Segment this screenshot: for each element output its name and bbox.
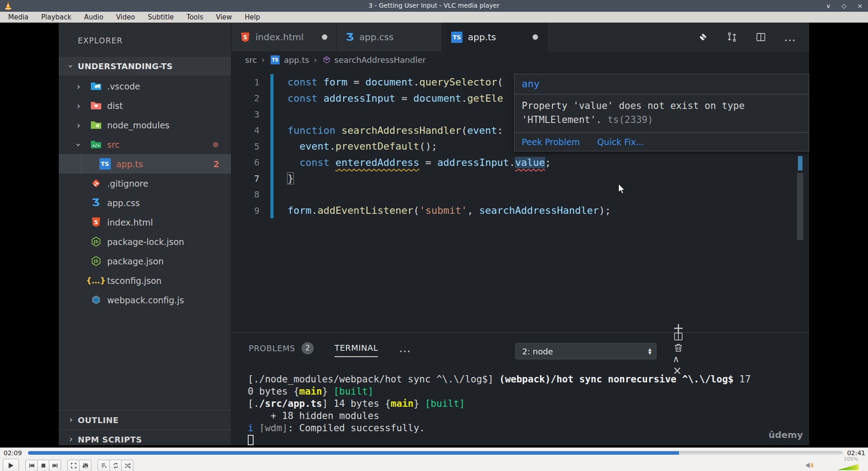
peek-problem-link[interactable]: Peek Problem	[522, 137, 580, 147]
sidebar-section-outline[interactable]: › OUTLINE	[59, 410, 231, 429]
compare-button[interactable]	[726, 31, 738, 43]
line-number[interactable]: 4	[231, 125, 270, 136]
sidebar-section-npm-scripts[interactable]: › NPM SCRIPTS	[59, 429, 231, 449]
titlebar: 3 - Getting User Input - VLC media playe…	[0, 0, 868, 12]
stop-button[interactable]	[37, 460, 49, 471]
svg-text:5: 5	[94, 219, 98, 226]
code-line-6[interactable]: 6 const enteredAddress = addressInput.va…	[231, 155, 809, 170]
line-number[interactable]: 3	[231, 109, 270, 120]
line-number[interactable]: 8	[231, 189, 270, 200]
code-line-8[interactable]: 8	[231, 187, 809, 203]
file-row-webpack.config.js[interactable]: webpack.config.js	[59, 290, 231, 310]
tab-app.css[interactable]: Ʒapp.css	[337, 23, 442, 52]
close-button[interactable]: ×	[857, 2, 863, 9]
terminal-select[interactable]: 2: node ▲▼	[515, 343, 656, 359]
menu-audio[interactable]: Audio	[78, 13, 110, 21]
seek-bar[interactable]	[28, 451, 843, 455]
code-line-9[interactable]: 9 form.addEventListener('submit', search…	[231, 203, 809, 218]
speaker-icon[interactable]	[806, 462, 814, 471]
breadcrumb-separator: ›	[261, 55, 265, 65]
menu-view[interactable]: View	[210, 13, 239, 21]
breadcrumb: src› TS app.ts› searchAddressHandler	[231, 52, 809, 68]
breadcrumb-app.ts[interactable]: TS app.ts	[269, 54, 309, 66]
terminal-line: 0 bytes {main} [built]	[248, 386, 798, 398]
hover-tooltip: any Property 'value' does not exist on t…	[514, 74, 809, 151]
file-row-node_modules[interactable]: ›node_modules	[59, 115, 231, 135]
file-row-app.css[interactable]: Ʒapp.css	[59, 193, 231, 212]
maximize-panel-button[interactable]: ∧	[673, 353, 684, 364]
explorer-header: EXPLORER	[78, 36, 123, 45]
terminal-output[interactable]: [./node_modules/webpack/hot sync ^\.\/lo…	[248, 373, 798, 447]
maximize-button[interactable]: ◇	[841, 2, 846, 9]
volume-slider[interactable]	[837, 462, 864, 470]
menu-tools[interactable]: Tools	[180, 13, 210, 21]
file-row-.gitignore[interactable]: .gitignore	[59, 174, 231, 193]
line-number[interactable]: 6	[231, 157, 270, 168]
scrollbar-thumb[interactable]	[797, 173, 803, 240]
panel-tab-problems[interactable]: PROBLEMS 2	[249, 342, 314, 358]
menu-subtitle[interactable]: Subtitle	[142, 13, 180, 21]
workspace-header[interactable]: › UNDERSTANDING-TS	[59, 57, 231, 75]
breadcrumb-src[interactable]: src	[245, 55, 257, 65]
workspace-label: UNDERSTANDING-TS	[78, 61, 173, 71]
file-row-package.json[interactable]: JSpackage.json	[59, 251, 231, 271]
extended-settings-button[interactable]	[79, 460, 91, 471]
line-number[interactable]: 9	[231, 205, 270, 216]
file-row-index.html[interactable]: 5index.html	[59, 212, 231, 232]
file-row-package-lock.json[interactable]: JSpackage-lock.json	[59, 232, 231, 251]
breadcrumb-searchAddressHandler[interactable]: searchAddressHandler	[322, 55, 426, 65]
file-row-dist[interactable]: ›dist	[59, 96, 231, 115]
next-button[interactable]	[49, 460, 61, 471]
split-terminal-button[interactable]	[673, 331, 684, 342]
file-label: webpack.config.js	[107, 295, 184, 305]
tab-app.ts[interactable]: TSapp.ts	[442, 23, 547, 52]
svg-text:</>: </>	[92, 143, 100, 148]
editor-area: 5index.html Ʒapp.css TSapp.ts … src› TS …	[231, 23, 809, 445]
loop-button[interactable]	[109, 460, 122, 471]
menu-help[interactable]: Help	[238, 13, 266, 21]
file-row-src[interactable]: ›</>src	[59, 135, 231, 154]
file-row-.vscode[interactable]: ›.vscode	[59, 76, 231, 96]
chevron-right-icon: ›	[64, 435, 78, 444]
split-editor-button[interactable]	[755, 31, 767, 43]
quick-fix-link[interactable]: Quick Fix...	[597, 137, 644, 147]
open-changes-button[interactable]	[697, 31, 709, 43]
tab-index.html[interactable]: 5index.html	[231, 23, 337, 52]
code-editor[interactable]: 1 const form = document.querySelector( 2…	[231, 68, 809, 332]
new-terminal-button[interactable]: +	[673, 325, 684, 331]
panel-tab-more[interactable]: …	[399, 346, 411, 354]
random-button[interactable]	[121, 460, 133, 471]
chevron-right-icon: ›	[64, 415, 78, 424]
tab-label: app.ts	[468, 32, 496, 42]
file-row-tsconfig.json[interactable]: {…}tsconfig.json	[59, 271, 231, 290]
menu-video[interactable]: Video	[110, 13, 142, 21]
fullscreen-button[interactable]	[67, 460, 80, 471]
symbol-function-icon	[323, 56, 330, 64]
panel-tab-terminal[interactable]: TERMINAL	[335, 343, 378, 357]
editor-toolbar: …	[697, 23, 797, 52]
terminal-select-value: 2: node	[522, 347, 553, 356]
folder-green-icon	[90, 120, 102, 130]
playlist-button[interactable]	[98, 460, 110, 471]
minimize-button[interactable]: ∨	[826, 2, 830, 9]
previous-button[interactable]	[25, 460, 38, 471]
line-number[interactable]: 2	[231, 93, 270, 104]
line-number[interactable]: 5	[231, 141, 270, 152]
terminal-line: [./node_modules/webpack/hot sync ^\.\/lo…	[248, 373, 798, 386]
menu-playback[interactable]: Playback	[35, 13, 78, 21]
line-number[interactable]: 7	[231, 173, 270, 184]
bottom-panel: PROBLEMS 2 TERMINAL … 2: node ▲▼ +∧× [./…	[231, 332, 809, 445]
play-button[interactable]	[3, 459, 19, 471]
file-label: src	[107, 140, 120, 150]
section-label: NPM SCRIPTS	[78, 435, 142, 444]
more-actions-button[interactable]: …	[784, 35, 797, 39]
line-number[interactable]: 1	[231, 77, 270, 88]
file-label: app.css	[107, 198, 140, 208]
kill-terminal-button[interactable]	[673, 342, 684, 353]
file-row-app.ts[interactable]: TSapp.ts2	[59, 154, 231, 174]
code-line-7[interactable]: 7 }	[231, 170, 809, 186]
menu-media[interactable]: Media	[2, 13, 35, 21]
tooltip-actions: Peek Problem Quick Fix...	[514, 132, 809, 151]
time-elapsed: 02:09	[4, 449, 22, 457]
video-area[interactable]: EXPLORER › UNDERSTANDING-TS ›.vscode ›di…	[0, 23, 868, 447]
